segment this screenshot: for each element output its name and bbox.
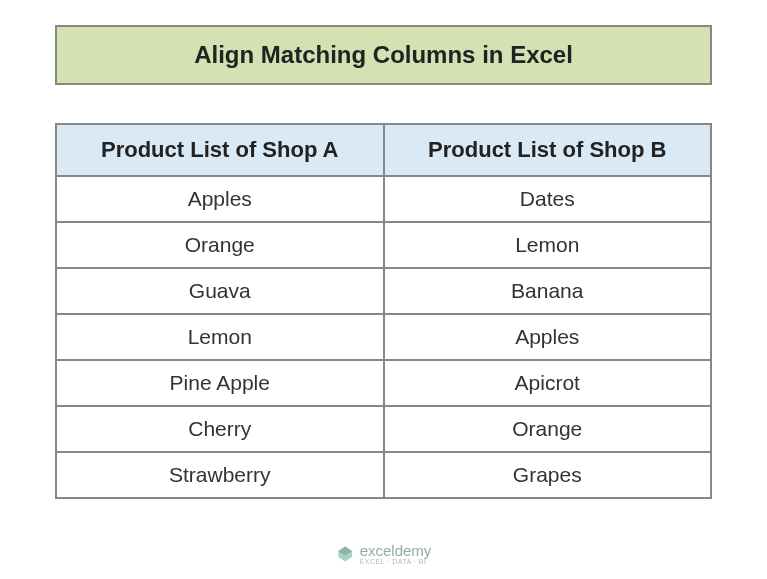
cell-shop-a: Apples — [56, 176, 384, 222]
cell-shop-b: Banana — [384, 268, 712, 314]
watermark-brand: exceldemy — [360, 543, 432, 558]
table-row: Lemon Apples — [56, 314, 711, 360]
cell-shop-b: Apples — [384, 314, 712, 360]
logo-icon — [336, 545, 354, 563]
page-title: Align Matching Columns in Excel — [55, 25, 712, 85]
product-table: Product List of Shop A Product List of S… — [55, 123, 712, 499]
watermark-tagline: EXCEL · DATA · BI — [360, 558, 432, 565]
table-row: Guava Banana — [56, 268, 711, 314]
table-row: Cherry Orange — [56, 406, 711, 452]
header-shop-b: Product List of Shop B — [384, 124, 712, 176]
cell-shop-b: Apicrot — [384, 360, 712, 406]
watermark-text: exceldemy EXCEL · DATA · BI — [360, 543, 432, 565]
cell-shop-b: Grapes — [384, 452, 712, 498]
cell-shop-b: Dates — [384, 176, 712, 222]
cell-shop-a: Strawberry — [56, 452, 384, 498]
cell-shop-b: Lemon — [384, 222, 712, 268]
cell-shop-a: Orange — [56, 222, 384, 268]
table-row: Pine Apple Apicrot — [56, 360, 711, 406]
table-row: Apples Dates — [56, 176, 711, 222]
cell-shop-a: Guava — [56, 268, 384, 314]
cell-shop-a: Pine Apple — [56, 360, 384, 406]
table-header-row: Product List of Shop A Product List of S… — [56, 124, 711, 176]
header-shop-a: Product List of Shop A — [56, 124, 384, 176]
cell-shop-b: Orange — [384, 406, 712, 452]
table-row: Orange Lemon — [56, 222, 711, 268]
table-row: Strawberry Grapes — [56, 452, 711, 498]
watermark: exceldemy EXCEL · DATA · BI — [336, 543, 432, 565]
cell-shop-a: Lemon — [56, 314, 384, 360]
cell-shop-a: Cherry — [56, 406, 384, 452]
